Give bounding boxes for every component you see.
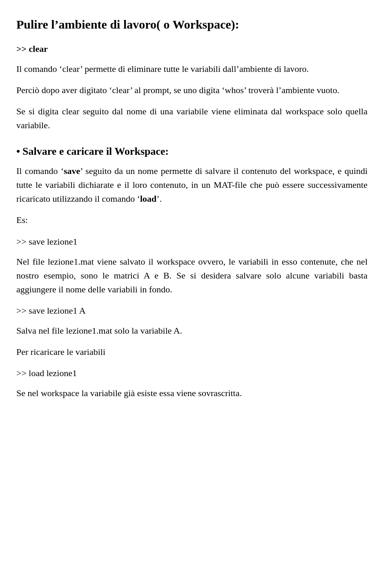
save-command1: >> save lezione1 xyxy=(16,235,368,248)
clear-command-text: >> clear xyxy=(16,44,48,54)
para1: Il comando ‘clear’ permette di eliminare… xyxy=(16,62,368,76)
para2-block: Perciò dopo aver digitato ‘clear’ al pro… xyxy=(16,83,368,97)
clear-command-line: >> clear xyxy=(16,42,368,56)
para7: Se nel workspace la variabile già esiste… xyxy=(16,386,368,400)
para4: Nel file lezione1.mat viene salvato il w… xyxy=(16,255,368,296)
para5: Salva nel file lezione1.mat solo la vari… xyxy=(16,324,368,338)
para3-block: Se si digita clear seguito dal nome di u… xyxy=(16,105,368,132)
section2-para1-bold: save xyxy=(64,166,80,176)
para7-block: Se nel workspace la variabile già esiste… xyxy=(16,386,368,400)
load-command: >> load lezione1 xyxy=(16,366,368,380)
clear-command-block: >> clear xyxy=(16,42,368,56)
para5-block: Salva nel file lezione1.mat solo la vari… xyxy=(16,324,368,338)
load-command-block: >> load lezione1 xyxy=(16,366,368,380)
es-label-block: Es: xyxy=(16,213,368,227)
section2-para1-part3: ’. xyxy=(156,194,162,204)
para1-block: Il comando ‘clear’ permette di eliminare… xyxy=(16,62,368,76)
main-heading: Pulire l’ambiente di lavoro( o Workspace… xyxy=(16,16,368,32)
section2-heading: Salvare e caricare il Workspace: xyxy=(16,145,368,158)
page-content: Pulire l’ambiente di lavoro( o Workspace… xyxy=(16,16,368,400)
para4-block: Nel file lezione1.mat viene salvato il w… xyxy=(16,255,368,296)
section2-para1-block: Il comando ‘save’ seguito da un nome per… xyxy=(16,164,368,206)
es-label: Es: xyxy=(16,213,368,227)
section2-para1-bold2: load xyxy=(140,194,156,204)
section2-block: Salvare e caricare il Workspace: xyxy=(16,145,368,158)
save-command2-block: >> save lezione1 A xyxy=(16,304,368,317)
section2-para1: Il comando ‘save’ seguito da un nome per… xyxy=(16,164,368,206)
section-heading-block: Pulire l’ambiente di lavoro( o Workspace… xyxy=(16,16,368,32)
save-command1-block: >> save lezione1 xyxy=(16,235,368,248)
para3: Se si digita clear seguito dal nome di u… xyxy=(16,105,368,132)
para2: Perciò dopo aver digitato ‘clear’ al pro… xyxy=(16,83,368,97)
para6-block: Per ricaricare le variabili xyxy=(16,345,368,359)
para6: Per ricaricare le variabili xyxy=(16,345,368,359)
section2-para1-part1: Il comando ‘ xyxy=(16,166,64,176)
save-command2: >> save lezione1 A xyxy=(16,304,368,317)
